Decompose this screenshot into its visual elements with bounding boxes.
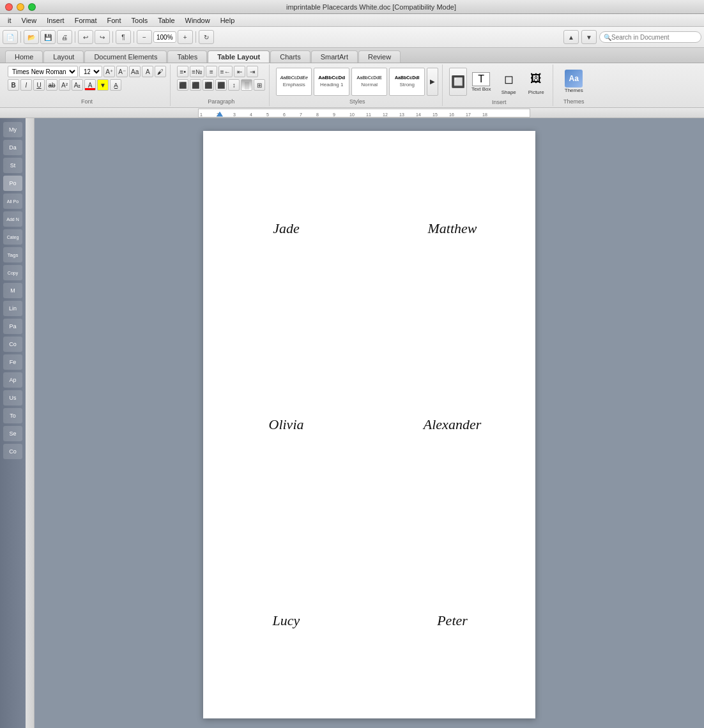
themes-button[interactable]: Aa Themes: [560, 68, 588, 95]
borders[interactable]: ⊞: [254, 79, 265, 91]
print-button[interactable]: 🖨: [57, 30, 72, 44]
menu-font[interactable]: Font: [102, 16, 126, 25]
font-color-button[interactable]: A: [84, 79, 96, 91]
menu-insert[interactable]: Insert: [42, 16, 70, 25]
text-effect[interactable]: A̲: [110, 79, 121, 91]
sidebar-item-m[interactable]: M: [3, 283, 22, 298]
style-heading1[interactable]: AaBbCcDd Heading 1: [314, 68, 349, 96]
align-justify[interactable]: ⬛: [215, 79, 227, 91]
redo-button[interactable]: ↪: [95, 30, 110, 44]
sidebar-item-to[interactable]: To: [3, 408, 22, 423]
menu-view[interactable]: View: [17, 16, 42, 25]
scroll-up[interactable]: ▲: [563, 30, 579, 44]
sidebar-item-st[interactable]: St: [3, 158, 22, 173]
ruler-scale: 1 2 3 4 5 6 7 8 9 10 11 12 13 14 15 16 1…: [198, 109, 530, 118]
subscript-button[interactable]: A₂: [72, 79, 83, 91]
sidebar-item-co[interactable]: Co: [3, 337, 22, 352]
style-strong[interactable]: AaBbCcDdI Strong: [389, 68, 425, 96]
menu-window[interactable]: Window: [180, 16, 215, 25]
menu-bar: it View Insert Format Font Tools Table W…: [0, 14, 704, 27]
superscript-button[interactable]: A²: [59, 79, 70, 91]
tab-layout[interactable]: Layout: [43, 50, 84, 63]
canvas-area[interactable]: Jade Matthew Olivia Alexander Lucy Peter: [34, 118, 704, 728]
undo-button[interactable]: ↩: [78, 30, 93, 44]
picture-button[interactable]: 🖼 Picture: [523, 66, 549, 98]
tab-smartart[interactable]: SmartArt: [311, 50, 358, 63]
sidebar-item-addn[interactable]: Add N: [3, 211, 22, 227]
textbox-button[interactable]: T Text Box: [468, 66, 494, 98]
tab-home[interactable]: Home: [5, 50, 43, 63]
font-size-select[interactable]: 12: [79, 66, 102, 77]
save-button[interactable]: 💾: [40, 30, 56, 44]
menu-help[interactable]: Help: [215, 16, 240, 25]
decrease-indent[interactable]: ⇤: [234, 66, 245, 77]
zoom-level[interactable]: 100%: [153, 31, 176, 43]
tab-charts[interactable]: Charts: [270, 50, 310, 63]
sidebar-item-my[interactable]: My: [3, 122, 22, 137]
sidebar-item-da[interactable]: Da: [3, 140, 22, 155]
style-normal[interactable]: AaBbCcDdE Normal: [351, 68, 387, 96]
highlight-button[interactable]: ▼: [97, 79, 109, 91]
sidebar-item-us[interactable]: Us: [3, 390, 22, 406]
underline-button[interactable]: U: [33, 79, 45, 91]
refresh-button[interactable]: ↻: [199, 30, 214, 44]
placecard-jade: Jade: [203, 131, 369, 327]
menu-format[interactable]: Format: [70, 16, 102, 25]
minimize-button[interactable]: [17, 3, 24, 11]
scroll-down[interactable]: ▼: [581, 30, 597, 44]
sidebar-item-pa[interactable]: Pa: [3, 319, 22, 334]
outline-list[interactable]: ≡: [206, 66, 217, 77]
tab-review[interactable]: Review: [358, 50, 401, 63]
sidebar-item-copy[interactable]: Copy: [3, 265, 22, 280]
styles-more[interactable]: ▶: [427, 68, 438, 96]
bullet-list[interactable]: ≡•: [177, 66, 188, 77]
menu-it[interactable]: it: [3, 16, 17, 25]
font-name-select[interactable]: Times New Roman: [8, 66, 78, 77]
sidebar-item-fe[interactable]: Fe: [3, 354, 22, 370]
search-input[interactable]: [611, 34, 697, 41]
sidebar-item-lin[interactable]: Lin: [3, 301, 22, 316]
font-copy-format[interactable]: 🖌: [155, 66, 166, 77]
strikethrough-button[interactable]: ab: [46, 79, 57, 91]
maximize-button[interactable]: [28, 3, 36, 11]
line-spacing[interactable]: ↕: [228, 79, 240, 91]
font-clear[interactable]: A: [142, 66, 153, 77]
pilcrow-button[interactable]: ¶: [116, 30, 131, 44]
ribbon-paragraph-section: ≡• ≡№ ≡ ≡← ⇤ ⇥ ⬛ ⬛ ⬛ ⬛ ↕ ░ ⊞ Paragraph: [173, 64, 270, 106]
media-insert-button[interactable]: 🔲: [449, 68, 467, 96]
shape-button[interactable]: ◻ Shape: [496, 66, 521, 98]
sidebar-item-allpo[interactable]: All Po: [3, 193, 22, 209]
new-button[interactable]: 📄: [3, 30, 18, 44]
sidebar-item-categ[interactable]: Categ: [3, 229, 22, 245]
placecard-peter: Peter: [369, 522, 535, 718]
font-case[interactable]: Aa: [129, 66, 141, 77]
increase-indent[interactable]: ⇥: [247, 66, 258, 77]
zoom-out[interactable]: −: [137, 30, 152, 44]
sidebar-item-tags[interactable]: Tags: [3, 247, 22, 262]
italic-button[interactable]: I: [20, 79, 32, 91]
ribbon-insert-section: 🔲 T Text Box ◻ Shape 🖼 Picture: [445, 64, 553, 106]
sidebar-item-se[interactable]: Se: [3, 426, 22, 441]
close-button[interactable]: [5, 3, 13, 11]
menu-tools[interactable]: Tools: [126, 16, 153, 25]
font-size-up[interactable]: A⁺: [103, 66, 115, 77]
bold-button[interactable]: B: [8, 79, 19, 91]
open-button[interactable]: 📂: [24, 30, 39, 44]
number-list[interactable]: ≡№: [190, 66, 204, 77]
tab-tables[interactable]: Tables: [167, 50, 207, 63]
list-indent[interactable]: ≡←: [218, 66, 233, 77]
paragraph-shading[interactable]: ░: [241, 79, 252, 91]
menu-table[interactable]: Table: [153, 16, 180, 25]
align-left[interactable]: ⬛: [177, 79, 188, 91]
tab-table-layout[interactable]: Table Layout: [208, 50, 270, 63]
sidebar-item-po[interactable]: Po: [3, 176, 22, 191]
tab-document-elements[interactable]: Document Elements: [84, 50, 167, 63]
font-size-down[interactable]: A⁻: [116, 66, 128, 77]
align-right[interactable]: ⬛: [203, 79, 214, 91]
sidebar-item-co2[interactable]: Co: [3, 444, 22, 459]
styles-section-label: Styles: [276, 97, 438, 105]
align-center[interactable]: ⬛: [190, 79, 201, 91]
style-emphasis[interactable]: AaBbCcDdEe Emphasis: [276, 68, 312, 96]
sidebar-item-ap[interactable]: Ap: [3, 372, 22, 388]
zoom-in[interactable]: +: [178, 30, 193, 44]
